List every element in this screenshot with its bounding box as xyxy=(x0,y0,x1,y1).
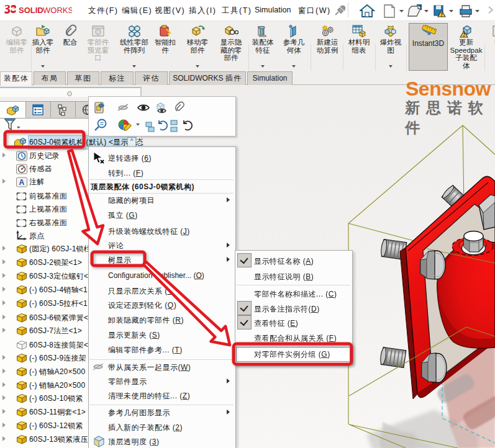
svg-text:WORKS: WORKS xyxy=(43,6,72,15)
svg-text:SOLID: SOLID xyxy=(19,6,43,15)
